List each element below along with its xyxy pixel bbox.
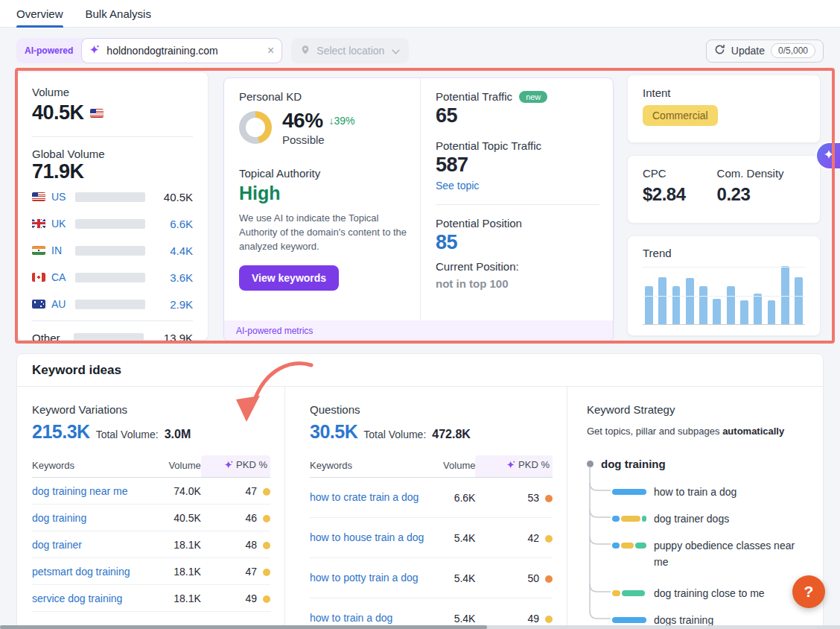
trend-card: Trend bbox=[627, 236, 821, 336]
clear-input-icon[interactable]: × bbox=[267, 45, 274, 57]
keyword-link[interactable]: how to crate train a dog bbox=[310, 478, 429, 518]
view-keywords-button[interactable]: View keywords bbox=[239, 265, 339, 291]
ai-powered-metrics-footer: AI-powered metrics bbox=[224, 320, 613, 341]
country-link-au[interactable]: AU bbox=[51, 298, 69, 310]
potential-position-label: Potential Position bbox=[436, 217, 599, 230]
pkd-column-header: PKD % bbox=[201, 455, 270, 478]
sparkle-icon bbox=[89, 44, 101, 58]
search-bar: AI-powered × Select location Update 0/5,… bbox=[16, 37, 824, 64]
keyword-input[interactable] bbox=[106, 45, 261, 57]
country-link-ca[interactable]: CA bbox=[51, 271, 69, 283]
country-bar bbox=[75, 300, 145, 309]
volume-card: Volume 40.5K Global Volume 71.9K US 40.5… bbox=[16, 72, 209, 341]
potential-topic-traffic-label: Potential Topic Traffic bbox=[436, 139, 599, 152]
tab-bulk-analysis[interactable]: Bulk Analysis bbox=[86, 0, 151, 28]
location-select[interactable]: Select location bbox=[291, 38, 409, 63]
cpc-card: CPC $2.84 Com. Density 0.23 bbox=[627, 155, 821, 224]
new-badge: new bbox=[519, 91, 547, 103]
keyword-strategy-column: Keyword Strategy Get topics, pillar and … bbox=[587, 387, 814, 629]
personal-kd-label: Personal KD bbox=[239, 90, 405, 103]
topic-pill bbox=[612, 516, 646, 522]
australia-flag-icon bbox=[32, 300, 45, 309]
topic-pill bbox=[612, 617, 646, 623]
column-divider bbox=[284, 387, 285, 629]
pkd-cell: 48 bbox=[201, 531, 270, 558]
volume-cell: 5.4K bbox=[429, 598, 475, 629]
country-link-in[interactable]: IN bbox=[51, 244, 69, 256]
see-topic-link[interactable]: See topic bbox=[436, 180, 479, 192]
personal-kd-section: Personal KD 46% ↓39% Possible Topical Au… bbox=[224, 78, 421, 320]
potential-position-value: 85 bbox=[436, 231, 599, 254]
ai-powered-badge: AI-powered bbox=[16, 45, 81, 56]
kd-qualifier: Possible bbox=[282, 133, 355, 146]
country-volume: 4.4K bbox=[170, 244, 193, 257]
table-row: dog training 40.5K 46 bbox=[32, 505, 270, 531]
kd-value: 46% bbox=[282, 109, 323, 133]
update-label: Update bbox=[731, 45, 765, 57]
tree-child-label: dog training close to me bbox=[654, 586, 765, 602]
country-bar bbox=[75, 246, 145, 256]
variations-total-volume: 3.0M bbox=[165, 428, 191, 441]
country-volume: 6.6K bbox=[170, 218, 193, 230]
refresh-icon bbox=[714, 44, 725, 57]
difficulty-dot bbox=[545, 495, 553, 502]
keyword-strategy-subtitle: Get topics, pillar and subpages automati… bbox=[587, 426, 814, 437]
tab-overview[interactable]: Overview bbox=[16, 0, 63, 28]
topical-authority-value: High bbox=[239, 183, 405, 204]
chevron-down-icon bbox=[392, 45, 400, 57]
table-row: petsmart dog training 18.1K 47 bbox=[32, 558, 270, 585]
location-pin-icon bbox=[300, 45, 311, 57]
cpc-label: CPC bbox=[643, 167, 686, 180]
sparkle-icon bbox=[824, 148, 836, 163]
horizontal-scrollbar[interactable] bbox=[0, 625, 840, 629]
canada-flag-icon bbox=[32, 273, 45, 282]
volume-cell: 5.4K bbox=[429, 558, 475, 598]
topical-authority-label: Topical Authority bbox=[239, 167, 405, 180]
questions-total-volume: 472.8K bbox=[432, 428, 471, 441]
kd-delta: ↓39% bbox=[329, 115, 355, 127]
us-flag-icon bbox=[90, 109, 104, 118]
tree-child-node: how to train a dog bbox=[612, 484, 812, 501]
volume-cell: 6.6K bbox=[429, 478, 475, 518]
potential-traffic-section: Potential Traffic new 65 Potential Topic… bbox=[421, 78, 614, 320]
tree-root-node: dog training bbox=[587, 458, 814, 470]
table-row: how to potty train a dog 5.4K 50 bbox=[310, 558, 553, 598]
keyword-link[interactable]: how to potty train a dog bbox=[310, 558, 429, 598]
tree-child-node: dog training close to me bbox=[612, 586, 812, 602]
keyword-ideas-panel: Keyword ideas Keyword Variations 215.3K … bbox=[16, 353, 824, 629]
keyword-variations-column: Keyword Variations 215.3K Total Volume: … bbox=[32, 387, 270, 612]
volume-column-header: Volume bbox=[159, 455, 201, 478]
volume-column-header: Volume bbox=[429, 455, 475, 478]
keyword-link[interactable]: dog trainer bbox=[32, 531, 159, 558]
keyword-link[interactable]: how to house train a dog bbox=[310, 518, 429, 558]
tree-child-node: puppy obedience classes near me bbox=[612, 538, 812, 570]
keyword-link[interactable]: dog training near me bbox=[32, 478, 159, 505]
keyword-link[interactable]: petsmart dog training bbox=[32, 558, 159, 585]
difficulty-dot bbox=[545, 575, 553, 583]
intent-label: Intent bbox=[643, 86, 805, 99]
ai-assistant-fab[interactable] bbox=[815, 142, 840, 170]
pkd-cell: 46 bbox=[201, 505, 270, 531]
country-volume: 40.5K bbox=[164, 191, 193, 203]
keyword-link[interactable]: dog training bbox=[32, 505, 159, 531]
questions-count: 30.5K bbox=[310, 421, 357, 443]
table-row: how to house train a dog 5.4K 42 bbox=[310, 518, 553, 558]
keyword-link[interactable]: service dog training bbox=[32, 585, 159, 612]
country-link-uk[interactable]: UK bbox=[51, 218, 69, 230]
difficulty-dot bbox=[263, 595, 270, 603]
country-bar bbox=[75, 219, 145, 229]
update-button[interactable]: Update 0/5,000 bbox=[706, 39, 824, 63]
pkd-cell: 47 bbox=[201, 558, 270, 585]
country-row-uk: UK 6.6K bbox=[32, 210, 193, 237]
difficulty-dot bbox=[263, 515, 270, 522]
sparkle-icon bbox=[506, 461, 516, 472]
scrollbar-thumb[interactable] bbox=[0, 625, 487, 629]
keyword-link[interactable]: how to train a dog bbox=[310, 598, 429, 629]
questions-label: Questions bbox=[310, 403, 553, 416]
variations-count: 215.3K bbox=[32, 421, 90, 443]
country-link-us[interactable]: US bbox=[51, 191, 69, 203]
table-row: dog trainer 18.1K 48 bbox=[32, 531, 270, 558]
tree-child-node: dog trainer dogs bbox=[612, 511, 812, 528]
current-position-label: Current Position: bbox=[436, 260, 599, 273]
help-button[interactable]: ? bbox=[792, 575, 825, 608]
